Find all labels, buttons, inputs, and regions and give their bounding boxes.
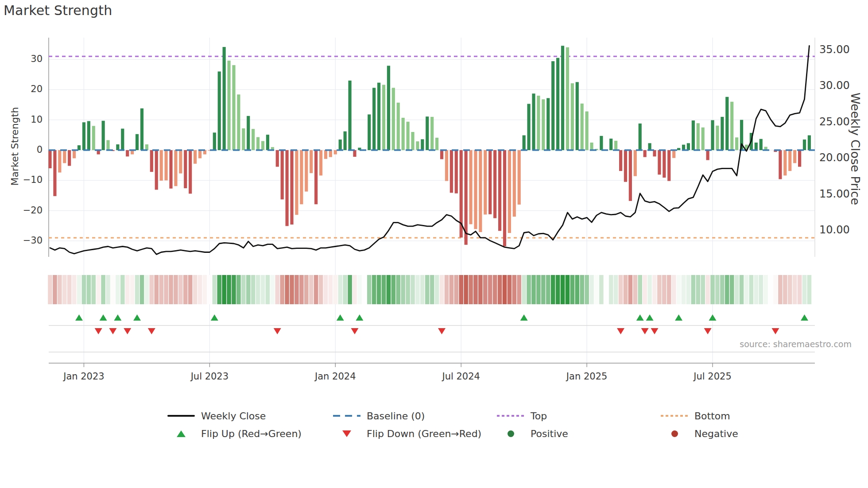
strength-bar (353, 150, 356, 157)
strength-bar (498, 150, 501, 231)
strength-bar (440, 150, 443, 159)
strength-bar (445, 150, 448, 181)
strength-bar (126, 150, 129, 156)
strength-bar (198, 150, 202, 158)
heatmap-cell (159, 275, 163, 304)
flip-up-marker (75, 314, 83, 321)
flip-down-markers (95, 328, 779, 334)
heatmap-cell (87, 275, 91, 304)
heatmap-cell (425, 275, 430, 304)
heatmap-cell (807, 275, 812, 304)
heatmap-cell (740, 275, 744, 304)
heatmap-cell (599, 275, 604, 304)
heatmap-cell (82, 275, 86, 304)
heatmap-cell (614, 275, 618, 304)
heatmap-cell (348, 275, 352, 304)
flip-down-marker (772, 328, 779, 334)
heatmap-cell (682, 275, 686, 304)
strength-bar (643, 150, 647, 157)
heatmap-cell (266, 275, 270, 304)
strength-bar (701, 128, 705, 150)
heatmap-cell (503, 275, 507, 304)
strength-bar (285, 150, 288, 226)
heatmap-cell (720, 275, 725, 304)
heatmap-cell (512, 275, 517, 304)
strength-bar (435, 138, 438, 150)
flip-up-marker (133, 314, 141, 321)
heatmap-cell (357, 275, 362, 304)
heatmap-cell (715, 275, 720, 304)
strength-bar (677, 148, 680, 150)
y-tick--20: −20 (16, 205, 43, 216)
heatmap-cell (251, 275, 256, 304)
heatmap-cell (478, 275, 483, 304)
strength-bar (136, 134, 139, 150)
heatmap-cell (580, 275, 584, 304)
strength-bar (314, 150, 318, 204)
heatmap-cell (802, 275, 807, 304)
heatmap-cell (72, 275, 77, 304)
strength-bar (116, 144, 119, 150)
heatmap-cell (450, 275, 454, 304)
strength-bar (58, 150, 61, 173)
strength-bar (566, 47, 569, 150)
heatmap-cell (285, 275, 289, 304)
flip-up-triangle-icon (167, 427, 195, 440)
heatmap-cell (561, 275, 565, 304)
strength-bar (102, 121, 105, 150)
strength-bar (523, 136, 526, 150)
strength-bar (561, 46, 564, 150)
y-tick--10: −10 (16, 174, 43, 185)
strength-bar (639, 124, 642, 150)
heatmap-cell (188, 275, 193, 304)
strength-bar (725, 97, 728, 150)
strength-bar (218, 71, 221, 150)
flip-up-marker (520, 314, 528, 321)
positive-dot-icon (497, 427, 524, 440)
strength-bar (223, 47, 226, 150)
heatmap-cell (203, 275, 207, 304)
strength-bar (585, 112, 589, 150)
strength-bar (348, 81, 351, 150)
heatmap-cell (662, 275, 666, 304)
flip-down-marker (148, 328, 155, 334)
strength-bar (68, 150, 71, 166)
y-tick-10: 10 (16, 114, 43, 125)
flip-down-marker (617, 328, 624, 334)
heatmap-cell (280, 275, 284, 304)
heatmap-cell (754, 275, 759, 304)
heatmap-cell (135, 275, 140, 304)
heatmap-cell (236, 275, 241, 304)
heatmap-cell (227, 275, 231, 304)
strength-bar (300, 150, 303, 204)
heatmap-cell (77, 275, 81, 304)
flip-down-marker (704, 328, 712, 334)
heatmap-cell (53, 275, 57, 304)
heatmap-cell (493, 275, 497, 304)
strength-bar (324, 150, 327, 159)
strength-bar (406, 122, 409, 150)
strength-bar (53, 150, 56, 196)
heatmap-cell (391, 275, 396, 304)
heatmap-cell (294, 275, 299, 304)
heatmap-cell (459, 275, 463, 304)
heatmap-cell (217, 275, 221, 304)
strength-bar (329, 150, 332, 157)
strength-bar (546, 98, 550, 150)
heatmap-cell (222, 275, 226, 304)
strength-bar (73, 150, 76, 158)
strength-bar (706, 150, 709, 160)
strength-bar (798, 150, 801, 167)
flip-down-marker (641, 328, 649, 334)
strength-bar (266, 135, 269, 150)
strength-bar (382, 85, 385, 150)
heatmap-cell (261, 275, 265, 304)
strength-bar (663, 150, 666, 178)
heatmap-cell (541, 275, 546, 304)
heatmap-cell (309, 275, 314, 304)
heatmap-cell (435, 275, 439, 304)
strength-bar (730, 102, 733, 150)
flip-up-marker (211, 314, 218, 321)
heatmap-cell (406, 275, 410, 304)
heatmap-cell (798, 275, 802, 304)
